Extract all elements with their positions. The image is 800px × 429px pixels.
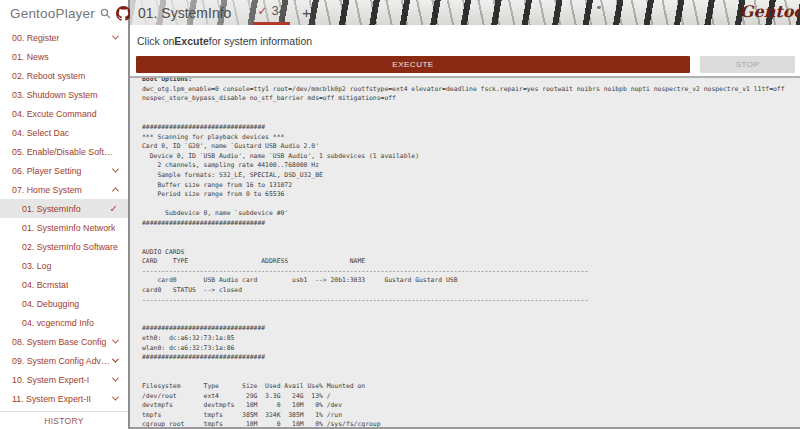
sidebar-item[interactable]: 04. Excute Command	[0, 104, 128, 123]
sidebar-item[interactable]: 05. Enable/Disable Software	[0, 142, 128, 161]
add-tab-button[interactable]: +	[302, 4, 311, 21]
button-row: EXECUTE STOP	[130, 56, 800, 76]
sidebar-item-label: 01. SystemInfo Network	[22, 223, 115, 233]
sidebar-item-label: 08. System Base Config	[12, 337, 106, 347]
sidebar-item[interactable]: 09. System Config Advanced	[0, 351, 128, 370]
sidebar-item[interactable]: 10. System Expert-I	[0, 370, 128, 389]
sidebar-item[interactable]: 03. Shutdown System	[0, 85, 128, 104]
sidebar-item[interactable]: 07. Home System	[0, 180, 128, 199]
sidebar-item[interactable]: 04. Select Dac	[0, 123, 128, 142]
sidebar-item[interactable]: 01. SystemInfo Network	[0, 218, 128, 237]
sidebar-item-label: 04. vcgencmd Info	[22, 318, 94, 328]
sidebar: GentooPlayer 00. Register 01. News	[0, 0, 130, 429]
chevron-icon	[112, 394, 119, 401]
sidebar-item-label: 03. Log	[22, 261, 51, 271]
app-title: GentooPlayer	[10, 6, 95, 21]
sidebar-item-label: 05. Enable/Disable Software	[12, 147, 118, 157]
sidebar-item[interactable]: 02. SystemInfo Software	[0, 237, 128, 256]
terminal-output[interactable]: Boot Options: dwc_otg.lpm_enable=0 conso…	[130, 76, 800, 429]
sidebar-item[interactable]: 08. System Base Config	[0, 332, 128, 351]
stop-button[interactable]: STOP	[700, 56, 795, 73]
sidebar-item-label: 11. System Expert-II	[12, 394, 91, 404]
sidebar-item-label: 04. Select Dac	[12, 128, 69, 138]
sidebar-header: GentooPlayer	[0, 0, 128, 26]
tab-banner: 01. SystemInfo ✓ 34 + Gentoo	[130, 0, 800, 25]
sidebar-item-label: 03. Shutdown System	[12, 90, 98, 100]
sidebar-item-label: 09. System Config Advanced	[12, 356, 113, 366]
chevron-icon	[112, 356, 119, 363]
sidebar-item-label: 10. System Expert-I	[12, 375, 89, 385]
search-icon[interactable]	[100, 8, 111, 19]
info-text: Click on Excute for system information	[130, 25, 800, 56]
chevron-icon	[112, 337, 119, 344]
sidebar-item[interactable]: 11. System Expert-II	[0, 389, 128, 408]
chevron-icon	[112, 375, 119, 382]
sidebar-item[interactable]: 04. Debugging	[0, 294, 128, 313]
tab-check-badge[interactable]: ✓ 34	[253, 0, 290, 25]
sidebar-item[interactable]: 00. Register	[0, 28, 128, 47]
sidebar-item-label: 01. News	[12, 52, 49, 62]
sidebar-item-label: 06. Player Setting	[12, 166, 81, 176]
sidebar-nav: 00. Register 01. News 02. Reboot system …	[0, 26, 128, 411]
sidebar-item-label: 02. SystemInfo Software	[22, 242, 118, 252]
app-window: GentooPlayer 00. Register 01. News	[0, 0, 800, 429]
sidebar-item-label: 02. Reboot system	[12, 71, 85, 81]
check-icon	[110, 203, 118, 214]
info-prefix: Click on	[137, 35, 174, 47]
sidebar-item[interactable]: 02. Reboot system	[0, 66, 128, 85]
execute-button[interactable]: EXECUTE	[136, 56, 690, 73]
chevron-icon	[112, 166, 119, 173]
gentoo-watermark: Gentoo	[740, 2, 800, 21]
chevron-icon	[112, 33, 119, 40]
sidebar-item[interactable]: 01. News	[0, 47, 128, 66]
sidebar-item[interactable]: 04. vcgencmd Info	[0, 313, 128, 332]
info-suffix: for system information	[209, 35, 312, 47]
sidebar-item-label: 00. Register	[12, 33, 59, 43]
sidebar-item[interactable]: 01. SystemInfo	[0, 199, 128, 218]
sidebar-item[interactable]: 06. Player Setting	[0, 161, 128, 180]
terminal-boot-header: Boot Options:	[142, 76, 800, 85]
history-button[interactable]: HISTORY	[0, 411, 128, 429]
sidebar-item-label: 07. Home System	[12, 185, 82, 195]
tab-count: 34	[271, 3, 285, 18]
info-bold: Excute	[174, 35, 208, 47]
sidebar-item[interactable]: 04. Bcmstat	[0, 275, 128, 294]
terminal-body: dwc_otg.lpm_enable=0 console=tty1 root=/…	[142, 85, 800, 429]
sidebar-item[interactable]: 03. Log	[0, 256, 128, 275]
sidebar-item-label: 04. Excute Command	[12, 109, 97, 119]
sidebar-item-label: 04. Debugging	[22, 299, 79, 309]
tab-systeminfo[interactable]: 01. SystemInfo	[138, 5, 231, 21]
main-area: 01. SystemInfo ✓ 34 + Gentoo Click on Ex…	[130, 0, 800, 429]
sidebar-item-label: 01. SystemInfo	[22, 204, 81, 214]
sidebar-item-label: 04. Bcmstat	[22, 280, 68, 290]
check-icon: ✓	[257, 4, 267, 18]
chevron-icon	[112, 187, 119, 194]
github-icon[interactable]	[116, 6, 131, 21]
